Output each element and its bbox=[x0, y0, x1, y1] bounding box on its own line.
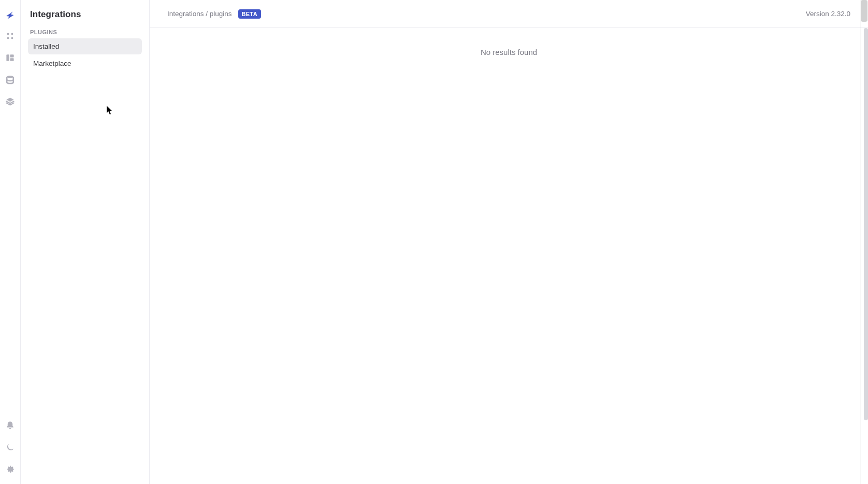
content: No results found bbox=[150, 28, 868, 484]
sidebar-section-label: PLUGINS bbox=[28, 29, 142, 35]
breadcrumb: Integrations / plugins bbox=[167, 10, 232, 18]
main-area: Integrations / plugins BETA Version 2.32… bbox=[150, 0, 868, 484]
page-scrollbar[interactable] bbox=[860, 0, 868, 484]
workspaces-icon[interactable] bbox=[0, 47, 21, 68]
page-scrollbar-thumb[interactable] bbox=[861, 0, 867, 22]
apps-icon[interactable] bbox=[0, 25, 21, 47]
icon-rail bbox=[0, 0, 21, 484]
svg-point-1 bbox=[11, 33, 13, 35]
notifications-icon[interactable] bbox=[0, 415, 21, 436]
svg-point-7 bbox=[7, 75, 13, 78]
svg-point-3 bbox=[11, 37, 13, 39]
empty-state-message: No results found bbox=[481, 48, 537, 56]
svg-point-2 bbox=[7, 37, 9, 39]
sidebar-title: Integrations bbox=[28, 7, 142, 20]
svg-rect-4 bbox=[6, 54, 9, 61]
theme-icon[interactable] bbox=[0, 436, 21, 458]
logo-icon[interactable] bbox=[0, 3, 21, 25]
stack-icon[interactable] bbox=[0, 90, 21, 112]
sidebar-item-marketplace[interactable]: Marketplace bbox=[28, 55, 142, 72]
sidebar-item-label: Marketplace bbox=[33, 60, 71, 67]
topbar: Integrations / plugins BETA Version 2.32… bbox=[150, 0, 868, 28]
sidebar: Integrations PLUGINS Installed Marketpla… bbox=[21, 0, 150, 484]
svg-rect-5 bbox=[10, 54, 14, 58]
svg-rect-6 bbox=[10, 58, 14, 61]
svg-point-0 bbox=[7, 33, 9, 35]
app-root: Integrations PLUGINS Installed Marketpla… bbox=[0, 0, 868, 484]
sidebar-item-installed[interactable]: Installed bbox=[28, 38, 142, 54]
beta-badge: BETA bbox=[238, 9, 261, 19]
sidebar-item-label: Installed bbox=[33, 42, 59, 50]
breadcrumb-wrap: Integrations / plugins BETA bbox=[167, 9, 261, 19]
settings-icon[interactable] bbox=[0, 458, 21, 480]
database-icon[interactable] bbox=[0, 68, 21, 90]
version-label: Version 2.32.0 bbox=[806, 10, 850, 18]
